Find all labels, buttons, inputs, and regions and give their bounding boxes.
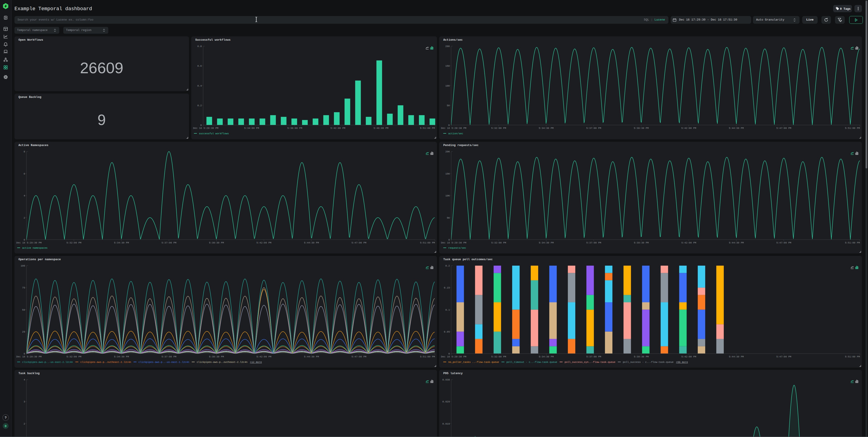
svg-text:75: 75 <box>22 286 25 289</box>
svg-text:5:47:00 PM: 5:47:00 PM <box>776 355 792 358</box>
svg-text:successful workflows: successful workflows <box>199 132 229 135</box>
svg-text:100: 100 <box>445 85 450 87</box>
svg-text:5:32:00 PM: 5:32:00 PM <box>491 355 506 358</box>
svg-text:5:39:30 PM: 5:39:30 PM <box>209 355 224 358</box>
svg-text:clickpipes-aws-p..-us-east-1.l: clickpipes-aws-p..-us-east-1.l2c4n <box>138 361 189 364</box>
svg-text:5:39:30 PM: 5:39:30 PM <box>634 242 649 244</box>
svg-text:5:42:00 PM: 5:42:00 PM <box>681 355 696 358</box>
svg-text:5:34:30 PM: 5:34:30 PM <box>114 355 129 358</box>
svg-text:5:42:00 PM: 5:42:00 PM <box>681 242 696 244</box>
svg-text:0.029: 0.029 <box>442 400 450 403</box>
svg-text:50: 50 <box>22 309 25 311</box>
svg-text:5:32:00 PM: 5:32:00 PM <box>491 242 506 244</box>
svg-text:5:32:00 PM: 5:32:00 PM <box>66 242 81 244</box>
svg-text:5:39:30 PM: 5:39:30 PM <box>209 242 224 244</box>
svg-text:5:42:00 PM: 5:42:00 PM <box>681 127 696 129</box>
svg-text:0.1: 0.1 <box>445 309 450 311</box>
svg-text:5:47:00 PM: 5:47:00 PM <box>351 242 366 244</box>
svg-text:5:44:30 PM: 5:44:30 PM <box>304 242 319 244</box>
svg-text:Dec 16 5:29:30 PM: Dec 16 5:29:30 PM <box>16 242 41 244</box>
svg-text:0.15: 0.15 <box>444 286 450 289</box>
svg-text:5:37:00 PM: 5:37:00 PM <box>586 355 601 358</box>
svg-text:5:37:00 PM: 5:37:00 PM <box>161 355 176 358</box>
svg-text:10K: 10K <box>445 194 450 197</box>
svg-text:5:32:00 PM: 5:32:00 PM <box>66 355 81 358</box>
svg-text:D: D <box>5 425 6 428</box>
svg-text:5K: 5K <box>447 217 450 219</box>
svg-text:0.8: 0.8 <box>197 45 202 48</box>
svg-text:5:51:00 PM: 5:51:00 PM <box>420 242 435 244</box>
svg-text:5:37:00 PM: 5:37:00 PM <box>586 242 601 244</box>
svg-text:2: 2 <box>24 217 25 219</box>
svg-text:no_poller_tasks ..-flow-task-q: no_poller_tasks ..-flow-task-queue <box>448 361 499 364</box>
svg-text:Dec 16 5:29:30 PM: Dec 16 5:29:30 PM <box>441 127 466 129</box>
svg-text:5:34:30 PM: 5:34:30 PM <box>114 242 129 244</box>
svg-text:0.05: 0.05 <box>444 331 450 333</box>
svg-text:Dec 16 5:29:30 PM: Dec 16 5:29:30 PM <box>193 127 218 129</box>
svg-text:5:44:30 PM: 5:44:30 PM <box>729 242 744 244</box>
svg-text:200: 200 <box>445 45 450 48</box>
svg-text:0.2: 0.2 <box>197 104 202 107</box>
svg-text:Dec 16 5:29:30 PM: Dec 16 5:29:30 PM <box>16 355 41 358</box>
svg-text:4: 4 <box>24 194 25 197</box>
svg-text:5:39:30 PM: 5:39:30 PM <box>634 355 649 358</box>
svg-text:5:42:00 PM: 5:42:00 PM <box>256 242 271 244</box>
svg-text:action/sec: action/sec <box>448 132 463 135</box>
svg-text:0: 0 <box>24 352 25 355</box>
svg-text:5:34:30 PM: 5:34:30 PM <box>539 242 554 244</box>
svg-text:5:34:30 PM: 5:34:30 PM <box>539 355 554 358</box>
svg-text:5:44:30 PM: 5:44:30 PM <box>729 127 744 129</box>
svg-text:20K: 20K <box>445 150 450 153</box>
svg-text:poll_success · c..-flow-task-q: poll_success · c..-flow-task-queue <box>623 361 673 364</box>
svg-text:5:47:00 PM: 5:47:00 PM <box>351 355 366 358</box>
svg-text:5:38:00 PM: 5:38:00 PM <box>287 127 302 129</box>
svg-text:5:44:30 PM: 5:44:30 PM <box>304 355 319 358</box>
svg-text:0: 0 <box>448 239 450 241</box>
svg-text:5:51:00 PM: 5:51:00 PM <box>845 355 860 358</box>
svg-text:5:47:00 PM: 5:47:00 PM <box>776 127 792 129</box>
svg-text:clickpipes-aws-p..outheast-2.l: clickpipes-aws-p..outheast-2.l2c4n <box>197 361 247 364</box>
svg-text:5:39:30 PM: 5:39:30 PM <box>634 127 649 129</box>
svg-text:poll_timeout · c..-flow-task-q: poll_timeout · c..-flow-task-queue <box>506 361 557 364</box>
svg-text:5:34:00 PM: 5:34:00 PM <box>244 127 259 129</box>
svg-text:0: 0 <box>448 124 450 127</box>
svg-text:6: 6 <box>24 173 25 175</box>
svg-text:50: 50 <box>447 104 450 107</box>
svg-text:0.4: 0.4 <box>197 85 202 87</box>
svg-text:clickpipes-aws-p..outheast-2.l: clickpipes-aws-p..outheast-2.l2c4n <box>80 361 131 364</box>
svg-text:5:32:00 PM: 5:32:00 PM <box>491 127 506 129</box>
svg-text:0.019: 0.019 <box>442 423 450 425</box>
svg-text:5:34:30 PM: 5:34:30 PM <box>539 127 554 129</box>
svg-text:5:46:00 PM: 5:46:00 PM <box>373 127 388 129</box>
svg-text:0: 0 <box>448 352 450 355</box>
svg-text:8: 8 <box>24 150 25 153</box>
svg-text:2: 2 <box>24 423 25 425</box>
svg-text:5:37:00 PM: 5:37:00 PM <box>586 127 601 129</box>
svg-text:Dec 16 5:29:30 PM: Dec 16 5:29:30 PM <box>441 242 466 244</box>
svg-text:5:42:00 PM: 5:42:00 PM <box>330 127 345 129</box>
svg-text:5:47:00 PM: 5:47:00 PM <box>776 242 792 244</box>
svg-text:Dec 16 5:29:30 PM: Dec 16 5:29:30 PM <box>441 355 466 358</box>
svg-text:5:42:00 PM: 5:42:00 PM <box>256 355 271 358</box>
svg-text:5:51:00 PM: 5:51:00 PM <box>420 127 435 129</box>
svg-text:requests/sec: requests/sec <box>448 247 466 249</box>
svg-text:poll_success_syn..-flow-task-q: poll_success_syn..-flow-task-queue <box>565 361 615 364</box>
svg-text:3: 3 <box>24 400 25 403</box>
svg-text:5:37:00 PM: 5:37:00 PM <box>161 242 176 244</box>
svg-text:150: 150 <box>445 65 450 67</box>
svg-text:15K: 15K <box>445 173 450 175</box>
svg-text:clickpipes-aws-p..-us-east-2.l: clickpipes-aws-p..-us-east-2.l2c4n <box>22 361 73 364</box>
svg-text:5:51:00 PM: 5:51:00 PM <box>845 127 860 129</box>
svg-text:active namespaces: active namespaces <box>22 247 48 249</box>
svg-text:5:51:00 PM: 5:51:00 PM <box>845 242 860 244</box>
svg-text:0.2: 0.2 <box>445 264 450 267</box>
svg-text:0 Tags: 0 Tags <box>840 7 850 11</box>
svg-text:4: 4 <box>24 378 25 381</box>
svg-text:+56 more: +56 more <box>676 361 688 364</box>
svg-text:0.038: 0.038 <box>442 378 450 381</box>
svg-text:25: 25 <box>22 331 25 333</box>
svg-text:100: 100 <box>21 264 25 267</box>
svg-text:0.6: 0.6 <box>197 65 202 67</box>
svg-text:0: 0 <box>200 124 202 127</box>
svg-text:+12 more: +12 more <box>250 361 262 364</box>
